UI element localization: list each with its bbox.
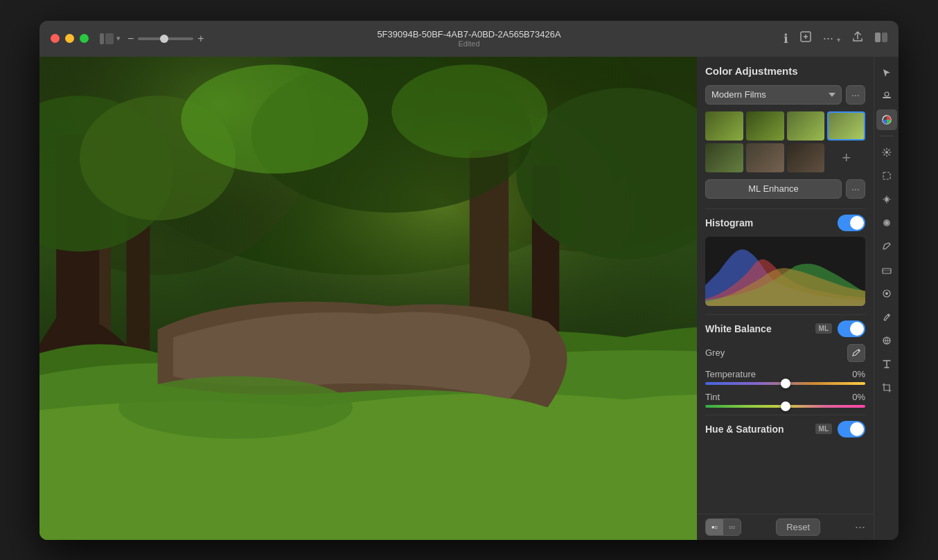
panel-content: Color Adjustments Modern Films ···: [697, 57, 874, 514]
sidebar-toggle[interactable]: ▾: [100, 33, 121, 44]
zoom-slider[interactable]: [138, 37, 193, 40]
svg-point-31: [885, 222, 888, 224]
histogram-toggle[interactable]: [838, 215, 865, 231]
white-balance-toggle-knob: [850, 322, 864, 336]
preset-dropdown-row: Modern Films ···: [705, 85, 865, 105]
view-toggle: ▪▫ ▫▫: [705, 518, 741, 536]
reset-button[interactable]: Reset: [776, 518, 820, 536]
divider-3: [705, 415, 865, 415]
globe-tool[interactable]: [876, 330, 897, 351]
share-icon[interactable]: [851, 30, 864, 46]
sparkle-tool[interactable]: [876, 189, 897, 210]
more-options-button[interactable]: ··· ▾: [823, 31, 840, 46]
svg-point-24: [858, 349, 860, 351]
window-subtitle: Edited: [377, 39, 560, 48]
minimize-button[interactable]: [65, 34, 74, 43]
zoom-plus-button[interactable]: +: [197, 33, 204, 45]
ml-enhance-button[interactable]: ML Enhance: [705, 179, 842, 199]
wb-right: ML: [815, 320, 865, 337]
temperature-header: Temperature 0%: [705, 369, 865, 379]
svg-point-28: [885, 151, 888, 154]
svg-point-35: [887, 314, 890, 316]
tint-thumb: [781, 401, 790, 411]
preset-dropdown[interactable]: Modern Films: [705, 85, 842, 105]
tint-label: Tint: [705, 392, 720, 402]
traffic-lights: [51, 34, 89, 43]
white-balance-toggle[interactable]: [838, 320, 865, 337]
hue-saturation-row: Hue & Saturation ML: [705, 421, 865, 437]
markup-tool[interactable]: [876, 86, 897, 107]
bottom-bar: ▪▫ ▫▫ Reset ···: [697, 514, 874, 540]
temperature-thumb: [781, 379, 790, 388]
window-title: 5F39094B-50BF-4AB7-A0BD-2A565B73426A: [377, 29, 560, 39]
preset-thumb-7[interactable]: [787, 143, 825, 172]
pencil-tool[interactable]: [876, 236, 897, 257]
temperature-value: 0%: [852, 369, 865, 379]
white-balance-row: White Balance ML: [705, 320, 865, 337]
divider-1: [705, 208, 865, 209]
tint-header: Tint 0%: [705, 392, 865, 402]
eyedropper-button[interactable]: [847, 344, 865, 362]
view-single-button[interactable]: ▪▫: [706, 519, 723, 535]
svg-rect-3: [875, 33, 881, 42]
frame-icon[interactable]: [799, 30, 812, 46]
photo-canvas: [39, 57, 697, 540]
divider-2: [705, 314, 865, 315]
text-tool[interactable]: [876, 354, 897, 374]
color-picker-tool[interactable]: [876, 283, 897, 304]
grey-label: Grey: [705, 347, 725, 358]
preset-grid: +: [705, 111, 865, 172]
white-balance-label: White Balance: [705, 323, 772, 334]
preset-thumb-5[interactable]: [705, 143, 743, 172]
wb-ml-badge: ML: [815, 323, 832, 334]
preset-thumb-2[interactable]: [746, 111, 784, 141]
photo-area: [39, 57, 697, 540]
zoom-controls: − +: [127, 33, 204, 45]
crop-tool[interactable]: [876, 377, 897, 398]
svg-rect-0: [100, 33, 104, 44]
svg-rect-29: [883, 172, 890, 179]
hue-saturation-label: Hue & Saturation: [705, 424, 784, 435]
preset-thumb-3[interactable]: [787, 111, 825, 141]
main-content: Color Adjustments Modern Films ···: [39, 57, 899, 540]
color-wheel-tool[interactable]: [876, 109, 897, 130]
temperature-slider[interactable]: [705, 382, 865, 385]
view-split-button[interactable]: ▫▫: [723, 519, 741, 535]
titlebar-center: 5F39094B-50BF-4AB7-A0BD-2A565B73426A Edi…: [377, 29, 560, 48]
tint-slider-row: Tint 0%: [705, 392, 865, 408]
ml-enhance-more-button[interactable]: ···: [846, 179, 865, 199]
titlebar: ▾ − + 5F39094B-50BF-4AB7-A0BD-2A565B7342…: [39, 21, 899, 57]
grey-row: Grey: [705, 344, 865, 362]
preset-thumb-6[interactable]: [746, 143, 784, 172]
preset-thumb-1[interactable]: [705, 111, 743, 141]
fill-tool[interactable]: [876, 213, 897, 233]
temperature-label: Temperature: [705, 369, 756, 379]
bottom-more-button[interactable]: ···: [855, 520, 865, 534]
preset-thumb-4[interactable]: [827, 111, 865, 141]
temperature-slider-row: Temperature 0%: [705, 369, 865, 385]
svg-rect-4: [882, 33, 887, 42]
svg-point-34: [885, 292, 888, 295]
preset-more-button[interactable]: ···: [846, 85, 865, 105]
tint-value: 0%: [852, 392, 865, 402]
cursor-tool[interactable]: [876, 62, 897, 83]
maximize-button[interactable]: [80, 34, 89, 43]
eraser-tool[interactable]: [876, 260, 897, 280]
info-icon[interactable]: ℹ: [784, 31, 788, 46]
app-window: ▾ − + 5F39094B-50BF-4AB7-A0BD-2A565B7342…: [39, 21, 899, 540]
magic-wand-tool[interactable]: [876, 142, 897, 163]
tint-slider[interactable]: [705, 405, 865, 408]
selection-tool[interactable]: [876, 165, 897, 186]
svg-point-23: [391, 64, 547, 158]
svg-point-22: [181, 64, 368, 174]
histogram-container: [705, 237, 865, 306]
close-button[interactable]: [51, 34, 60, 43]
svg-rect-1: [105, 33, 114, 44]
panel-title: Color Adjustments: [705, 65, 865, 77]
hue-saturation-toggle[interactable]: [838, 421, 865, 437]
split-view-icon[interactable]: [875, 31, 887, 46]
dropper-tool[interactable]: [876, 307, 897, 327]
zoom-minus-button[interactable]: −: [127, 33, 134, 45]
preset-add-button[interactable]: +: [827, 143, 865, 172]
histogram-toggle-knob: [850, 216, 864, 230]
